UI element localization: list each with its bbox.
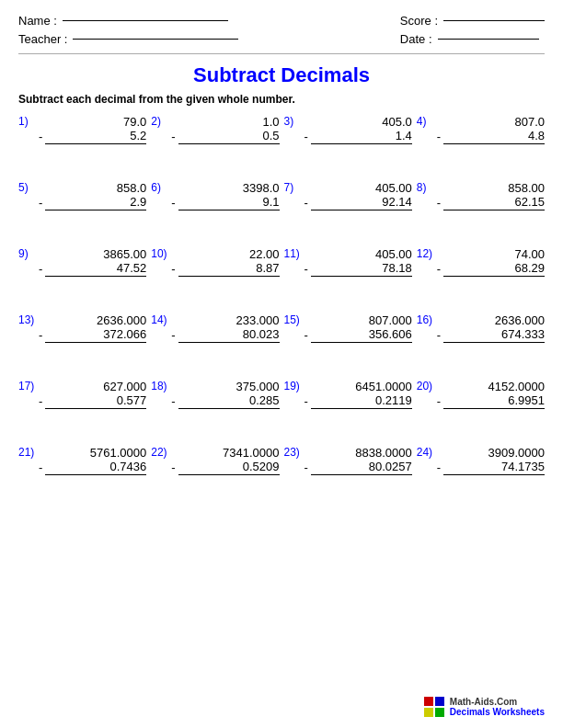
problem-top-value: 405.00 (304, 181, 412, 195)
footer-category: Decimals Worksheets (450, 707, 545, 717)
problem-number: 11) (284, 247, 300, 260)
problem-bottom-value: 2.9 (45, 195, 146, 210)
problem-bottom-value: 6.9951 (443, 393, 545, 409)
problem-bottom-value: 0.5 (178, 129, 280, 144)
problem-number: 24) (417, 446, 432, 459)
problem-number: 8) (417, 181, 427, 194)
problem-item: 7) 405.00 - 92.14 (284, 181, 412, 229)
problem-item: 8) 858.00 - 62.15 (417, 181, 545, 229)
problem-top-value: 22.00 (171, 247, 279, 261)
minus-sign: - (437, 394, 441, 408)
problem-bottom-value: 9.1 (178, 195, 280, 210)
problem-bottom-value: 68.29 (443, 261, 545, 277)
problem-top-value: 405.00 (304, 247, 412, 261)
logo-cell-red (424, 697, 433, 706)
problem-number: 9) (18, 247, 29, 260)
problem-top-value: 5761.0000 (39, 446, 146, 460)
minus-sign: - (304, 196, 308, 210)
logo-cell-blue (435, 697, 444, 706)
problem-top-value: 7341.0000 (171, 446, 279, 460)
minus-sign: - (304, 461, 308, 474)
problem-bottom-value: 372.066 (45, 327, 146, 343)
page-title: Subtract Decimals (18, 63, 545, 87)
minus-sign: - (304, 328, 308, 342)
problem-number: 2) (151, 115, 161, 128)
problem-bottom-value: 80.0257 (311, 460, 412, 475)
problem-bottom-row: - 47.52 (39, 261, 146, 277)
problem-bottom-row: - 80.0257 (304, 460, 412, 475)
problem-bottom-value: 356.606 (311, 327, 412, 343)
problem-top-value: 79.0 (39, 115, 146, 129)
minus-sign: - (437, 262, 441, 276)
problem-item: 11) 405.00 - 78.18 (284, 247, 412, 295)
problem-bottom-row: - 6.9951 (437, 393, 545, 409)
problem-top-value: 405.0 (304, 115, 412, 129)
problem-item: 15) 807.000 - 356.606 (284, 313, 412, 361)
problem-bottom-row: - 4.8 (437, 129, 545, 144)
problem-number: 5) (18, 181, 29, 194)
minus-sign: - (437, 328, 441, 342)
problem-item: 13) 2636.000 - 372.066 (18, 313, 146, 361)
problem-item: 21) 5761.0000 - 0.7436 (18, 446, 146, 494)
problem-number: 4) (417, 115, 427, 128)
problem-bottom-value: 74.1735 (443, 460, 545, 475)
name-row: Name : (18, 14, 238, 28)
problem-number: 10) (151, 247, 167, 260)
problem-item: 12) 74.00 - 68.29 (417, 247, 545, 295)
problem-top-value: 233.000 (171, 313, 279, 327)
problem-bottom-value: 5.2 (45, 129, 146, 144)
problem-bottom-value: 47.52 (45, 261, 146, 277)
problem-item: 1) 79.0 - 5.2 (18, 115, 146, 163)
problem-bottom-row: - 0.7436 (39, 460, 146, 475)
problem-item: 16) 2636.000 - 674.333 (417, 313, 545, 361)
problem-bottom-value: 0.2119 (311, 393, 412, 409)
problem-number: 6) (151, 181, 161, 194)
problem-bottom-value: 1.4 (311, 129, 412, 144)
teacher-line (73, 39, 238, 40)
teacher-row: Teacher : (18, 32, 238, 46)
problem-top-value: 807.000 (304, 313, 412, 327)
problem-number: 15) (284, 313, 300, 326)
minus-sign: - (39, 130, 42, 143)
problem-bottom-row: - 0.5 (171, 129, 279, 144)
problem-bottom-row: - 0.285 (171, 393, 279, 409)
problem-top-value: 4152.0000 (437, 380, 545, 393)
problem-bottom-row: - 0.577 (39, 393, 146, 409)
footer: Math-Aids.Com Decimals Worksheets (424, 697, 545, 717)
problem-bottom-value: 0.577 (45, 393, 146, 409)
problem-item: 17) 627.000 - 0.577 (18, 380, 146, 427)
problem-top-value: 3398.0 (171, 181, 279, 195)
problem-top-value: 3909.0000 (437, 446, 545, 460)
date-row: Date : (400, 32, 545, 46)
minus-sign: - (171, 461, 175, 474)
teacher-label: Teacher : (18, 32, 67, 46)
problem-bottom-value: 78.18 (311, 261, 412, 277)
problem-top-value: 3865.00 (39, 247, 146, 261)
problem-bottom-value: 80.023 (178, 327, 280, 343)
problem-bottom-row: - 674.333 (437, 327, 545, 343)
header-section: Name : Teacher : Score : Date : (18, 14, 545, 46)
minus-sign: - (39, 394, 42, 408)
minus-sign: - (304, 262, 308, 276)
problem-number: 12) (417, 247, 432, 260)
minus-sign: - (171, 196, 175, 210)
date-label: Date : (400, 32, 432, 46)
problem-bottom-value: 62.15 (443, 195, 545, 210)
problem-item: 22) 7341.0000 - 0.5209 (151, 446, 279, 494)
problem-item: 23) 8838.0000 - 80.0257 (284, 446, 412, 494)
minus-sign: - (304, 394, 308, 408)
problem-bottom-value: 0.7436 (45, 460, 146, 475)
problem-item: 18) 375.000 - 0.285 (151, 380, 279, 427)
problem-bottom-row: - 9.1 (171, 195, 279, 210)
problem-top-value: 8838.0000 (304, 446, 412, 460)
problem-number: 17) (18, 380, 34, 392)
name-label: Name : (18, 14, 57, 28)
problem-top-value: 74.00 (437, 247, 545, 261)
problem-bottom-row: - 0.2119 (304, 393, 412, 409)
problem-bottom-row: - 372.066 (39, 327, 146, 343)
problem-bottom-row: - 68.29 (437, 261, 545, 277)
problem-bottom-value: 92.14 (311, 195, 412, 210)
problem-bottom-row: - 62.15 (437, 195, 545, 210)
problem-top-value: 1.0 (171, 115, 279, 129)
header-left: Name : Teacher : (18, 14, 238, 46)
